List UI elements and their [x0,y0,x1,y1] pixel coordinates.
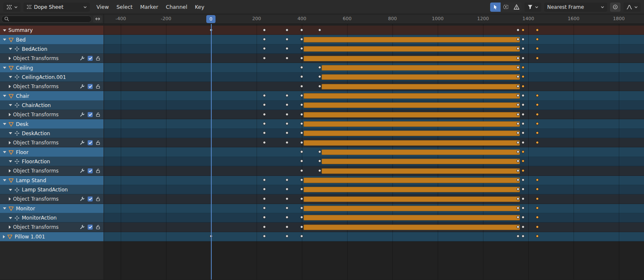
keyframe[interactable] [318,85,321,88]
proportional-editing-toggle[interactable] [610,3,621,12]
keyframe-selected[interactable] [536,47,539,50]
keyframe-track-floor[interactable] [104,147,644,157]
keyframe[interactable] [300,122,303,125]
keyframe[interactable] [318,66,321,69]
unlock-icon[interactable] [96,56,101,61]
unlock-icon[interactable] [96,112,101,117]
keyframe-track-monitor-transforms[interactable] [104,222,644,232]
keyframe[interactable] [318,29,321,31]
expand-triangle-icon[interactable] [9,85,11,88]
keyframe-track-monitor-action[interactable] [104,213,644,222]
keyframe[interactable] [517,103,519,106]
keyframe[interactable] [263,122,266,125]
selected-keyframe-range[interactable] [322,149,520,155]
keyframe[interactable] [286,197,288,200]
keyframe-track-chair-action[interactable] [104,101,644,110]
keyframe-selected[interactable] [522,66,525,69]
keyframe[interactable] [286,47,288,50]
keyframe-selected[interactable] [536,216,539,219]
channel-enable-checkbox[interactable] [88,84,93,89]
collapse-triangle-icon[interactable] [9,104,12,106]
expand-triangle-icon[interactable] [9,113,11,116]
keyframe[interactable] [263,235,266,238]
channel-pillow[interactable]: Pillow 1.001 [0,232,104,241]
keyframe[interactable] [522,197,525,200]
keyframe[interactable] [522,235,525,238]
selected-keyframe-range[interactable] [304,37,520,42]
selected-keyframe-range[interactable] [322,168,520,174]
unlock-icon[interactable] [96,84,101,89]
keyframe-track-pillow[interactable] [104,232,644,241]
falloff-dropdown[interactable] [623,3,641,12]
keyframe-selected[interactable] [522,150,525,153]
keyframe[interactable] [300,225,303,228]
keyframe[interactable] [517,85,519,88]
keyframe[interactable] [263,225,266,228]
keyframe[interactable] [300,57,303,60]
timeline-ruler[interactable]: 0 -400-200200400600800100012001400160018… [104,14,644,24]
keyframe[interactable] [517,75,519,78]
menu-channel[interactable]: Channel [162,0,191,14]
channel-lamp-stand-action[interactable]: Lamp StandAction [0,185,104,194]
keyframe[interactable] [318,160,321,162]
channel-chair[interactable]: Chair [0,91,104,100]
channel-lamp-stand-transforms[interactable]: Object Transforms [0,194,104,204]
keyframe-area-empty[interactable] [104,241,644,280]
keyframe[interactable] [517,225,519,228]
keyframe-track-lamp-stand[interactable] [104,176,644,185]
selected-keyframe-range[interactable] [304,206,520,211]
collapse-triangle-icon[interactable] [9,132,12,134]
keyframe[interactable] [263,103,266,106]
keyframe[interactable] [286,57,288,60]
keyframe[interactable] [300,75,303,78]
unlock-icon[interactable] [96,196,101,201]
keyframe-track-ceiling[interactable] [104,63,644,72]
snap-mode-dropdown[interactable]: Nearest Frame [544,3,607,12]
keyframe-selected[interactable] [536,141,539,144]
keyframe-track-desk[interactable] [104,119,644,128]
playhead[interactable] [211,24,212,280]
keyframe[interactable] [300,188,303,191]
channel-ceiling-action[interactable]: CeilingAction.001 [0,73,104,82]
keyframe[interactable] [517,94,519,97]
keyframe[interactable] [522,122,525,125]
keyframe[interactable] [300,197,303,200]
menu-select[interactable]: Select [113,0,137,14]
keyframe[interactable] [300,207,303,209]
menu-key[interactable]: Key [191,0,208,14]
channel-bed-action[interactable]: BedAction [0,44,104,54]
keyframe[interactable] [286,207,288,209]
keyframe[interactable] [300,47,303,50]
collapse-triangle-icon[interactable] [3,151,6,153]
keyframe[interactable] [300,103,303,106]
keyframe[interactable] [263,94,266,97]
keyframe[interactable] [517,160,519,162]
editor-type-button[interactable] [3,3,21,12]
keyframe-selected[interactable] [536,178,539,181]
keyframe[interactable] [522,188,525,191]
channel-search-box[interactable] [1,16,92,23]
keyframe-track-ceiling-action[interactable] [104,73,644,82]
keyframe-selected[interactable] [536,38,539,41]
keyframe[interactable] [517,57,519,60]
filters-button[interactable] [525,3,541,12]
selected-keyframe-range[interactable] [304,140,520,146]
keyframe-track-bed[interactable] [104,35,644,44]
keyframe-selected[interactable] [536,225,539,228]
keyframe[interactable] [286,225,288,228]
keyframe-selected[interactable] [536,103,539,106]
channel-ceiling[interactable]: Ceiling [0,63,104,72]
keyframe[interactable] [522,113,525,116]
keyframe[interactable] [263,38,266,41]
collapse-triangle-icon[interactable] [3,95,6,97]
keyframe-track-bed-transforms[interactable] [104,54,644,63]
expand-triangle-icon[interactable] [9,197,11,201]
keyframe-track-bed-action[interactable] [104,44,644,54]
keyframe[interactable] [300,150,303,153]
keyframe[interactable] [517,29,519,31]
keyframe[interactable] [522,225,525,228]
keyframe[interactable] [263,113,266,116]
keyframe[interactable] [286,188,288,191]
keyframe[interactable] [300,66,303,69]
selected-keyframe-range[interactable] [322,74,520,80]
